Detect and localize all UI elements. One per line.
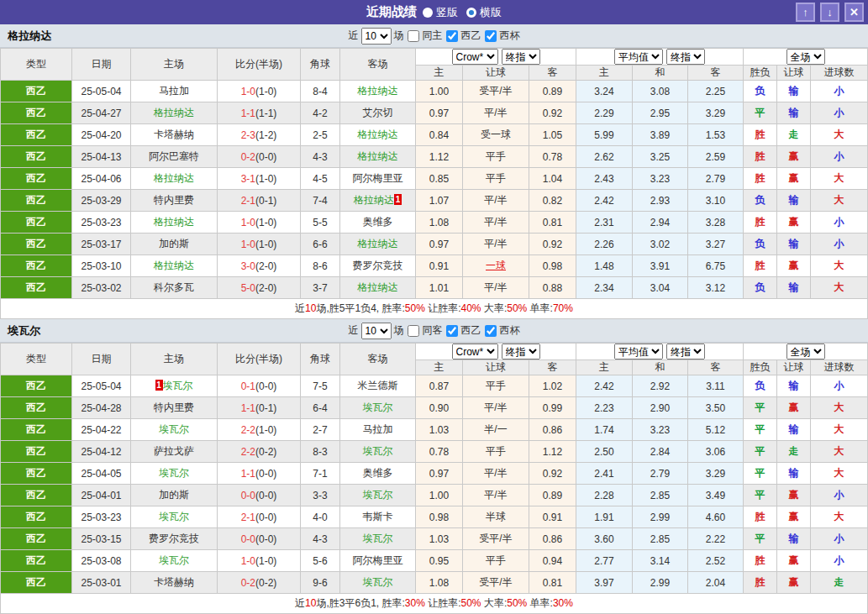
odds-away-cell: 1.04	[529, 168, 576, 190]
result-mark: 赢	[789, 554, 799, 566]
result-goals-cell: 小	[811, 485, 868, 506]
handicap-value: 平手	[486, 554, 506, 566]
away-team-cell: 埃瓦尔	[340, 485, 416, 506]
cup-checkbox[interactable]	[485, 325, 497, 337]
date-cell: 25-04-13	[72, 146, 131, 168]
home-team-cell: 加的斯	[131, 234, 218, 255]
score-cell: 0-1(0-0)	[218, 375, 301, 397]
league-cell: 西乙	[1, 485, 72, 506]
league-cell: 西乙	[1, 528, 72, 550]
avg-away-cell: 5.12	[688, 419, 744, 441]
average-select[interactable]: 平均值	[614, 49, 663, 65]
date-cell: 25-03-01	[72, 572, 131, 594]
handicap-cell: 一球	[463, 255, 529, 277]
match-row: 西乙25-05-041埃瓦尔0-1(0-0)7-5米兰德斯0.87平手1.022…	[1, 375, 868, 397]
result-outcome-cell: 负	[744, 234, 777, 255]
result-mark: 赢	[789, 216, 799, 228]
handicap-cell: 平/半	[463, 485, 529, 506]
radio-horizontal-layout[interactable]: 横版	[466, 5, 502, 20]
score-cell: 1-1(1-1)	[218, 102, 301, 124]
fulltime-score: 2-2	[241, 424, 255, 436]
league-checkbox[interactable]	[446, 325, 458, 337]
sub-column-header: 和	[633, 360, 688, 375]
average-time-select[interactable]: 终指	[666, 49, 705, 65]
avg-draw-cell: 3.23	[633, 168, 688, 190]
corner-cell: 3-3	[301, 485, 340, 506]
away-team-cell: 格拉纳达1	[340, 190, 416, 212]
close-button[interactable]: ✕	[844, 3, 864, 22]
avg-draw-cell: 2.90	[633, 397, 688, 419]
average-time-select[interactable]: 终指	[666, 344, 705, 359]
handicap-value: 受平/半	[479, 85, 512, 97]
handicap-cell: 平手	[463, 375, 529, 397]
halftime-score: (1-0)	[255, 173, 276, 185]
match-row: 西乙25-03-17加的斯1-0(1-0)6-6格拉纳达0.97平/半0.922…	[1, 234, 868, 255]
result-mark: 输	[789, 467, 799, 479]
average-select[interactable]: 平均值	[614, 344, 663, 359]
result-mark: 走	[789, 445, 799, 457]
result-mark: 大	[834, 260, 844, 271]
match-row: 西乙25-04-05埃瓦尔1-1(0-0)7-1奥维多0.97平/半0.922.…	[1, 463, 868, 485]
halftime-score: (0-1)	[255, 402, 276, 414]
match-row: 西乙25-03-08埃瓦尔1-0(1-0)5-6阿尔梅里亚0.95平手0.942…	[1, 550, 868, 572]
same-venue-checkbox[interactable]	[408, 30, 419, 42]
bookmaker-select[interactable]: Crow*	[452, 344, 498, 359]
odds-away-cell: 0.88	[529, 277, 576, 299]
cup-checkbox[interactable]	[485, 30, 497, 42]
match-row: 西乙25-03-10格拉纳达3-0(2-0)8-6费罗尔竞技0.91一球0.98…	[1, 255, 868, 277]
odds-away-cell: 0.86	[529, 419, 576, 441]
date-cell: 25-04-28	[72, 397, 131, 419]
move-up-button[interactable]: ↑	[796, 3, 815, 22]
league-checkbox[interactable]	[446, 30, 458, 42]
avg-home-cell: 3.97	[576, 572, 633, 594]
home-team-cell: 特内里费	[131, 190, 218, 212]
radio-vertical-layout[interactable]: 竖版	[423, 5, 458, 20]
sub-column-header: 主	[576, 66, 633, 81]
move-down-button[interactable]: ↓	[820, 3, 839, 22]
handicap-value: 平/半	[484, 467, 507, 479]
fulltime-score: 2-3	[241, 129, 255, 141]
score-cell: 3-0(2-0)	[218, 255, 301, 277]
result-mark: 平	[755, 423, 765, 435]
bookmaker-select[interactable]: Crow*	[452, 49, 498, 65]
recent-count-select[interactable]: 10	[361, 28, 392, 45]
period-select[interactable]: 全场	[786, 49, 825, 65]
result-mark: 负	[755, 281, 765, 293]
league-label: 西乙	[461, 323, 481, 338]
odds-time-select[interactable]: 终指	[502, 344, 540, 359]
same-venue-checkbox[interactable]	[408, 325, 419, 337]
match-row: 西乙25-03-23埃瓦尔2-1(0-0)4-0韦斯卡0.98半球0.911.9…	[1, 506, 868, 528]
odds-away-cell: 1.12	[529, 441, 576, 463]
result-goals-cell: 小	[811, 146, 868, 168]
summary-text: 50%	[507, 597, 527, 609]
away-team-cell: 格拉纳达	[340, 81, 416, 102]
league-cell: 西乙	[1, 146, 72, 168]
match-row: 西乙25-04-01加的斯0-0(0-0)3-3埃瓦尔1.00平/半0.892.…	[1, 485, 868, 506]
date-cell: 25-04-27	[72, 102, 131, 124]
handicap-cell: 平/半	[463, 102, 529, 124]
handicap-value: 平手	[486, 150, 506, 162]
recent-count-select[interactable]: 10	[361, 323, 392, 339]
period-select[interactable]: 全场	[786, 344, 825, 359]
result-mark: 赢	[789, 260, 799, 271]
home-team-cell: 埃瓦尔	[131, 419, 218, 441]
odds-time-select[interactable]: 终指	[502, 49, 540, 65]
result-mark: 平	[755, 107, 765, 118]
fulltime-score: 1-0	[241, 239, 255, 250]
home-team-cell: 特内里费	[131, 397, 218, 419]
date-cell: 25-03-29	[72, 190, 131, 212]
summary-text: 40%	[461, 302, 481, 314]
result-mark: 平	[755, 489, 765, 501]
column-header: 日期	[72, 49, 131, 81]
result-mark: 小	[834, 533, 844, 544]
away-team-name: 艾尔切	[363, 107, 393, 118]
away-team-name: 埃瓦尔	[363, 401, 393, 413]
summary-text: 让胜率:	[425, 597, 461, 609]
sub-column-header: 让球	[777, 360, 811, 375]
avg-home-cell: 2.28	[576, 485, 633, 506]
score-cell: 0-2(0-0)	[218, 146, 301, 168]
home-team-name: 埃瓦尔	[159, 423, 189, 435]
league-cell: 西乙	[1, 375, 72, 397]
odds-away-cell: 0.99	[529, 397, 576, 419]
home-team-cell: 格拉纳达	[131, 168, 218, 190]
